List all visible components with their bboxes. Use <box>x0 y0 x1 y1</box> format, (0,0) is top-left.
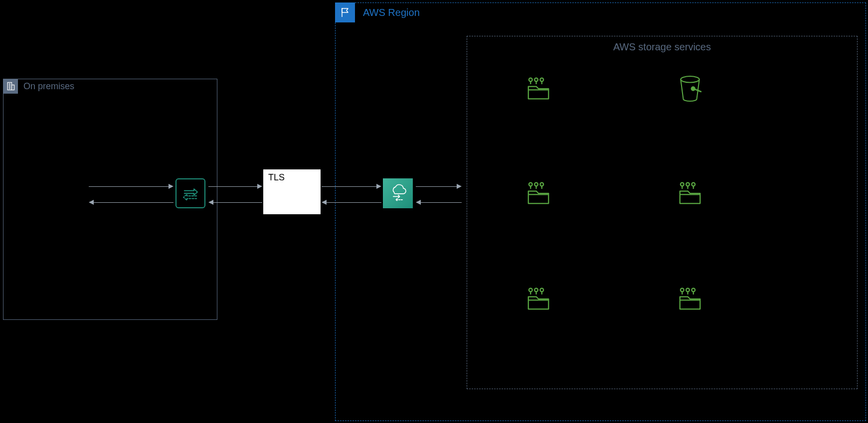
onprem-label: On premises <box>23 81 74 92</box>
arrow <box>416 186 457 187</box>
arrow <box>327 202 381 203</box>
svg-point-17 <box>534 183 538 186</box>
arrowhead-icon <box>257 184 262 189</box>
aws-datasync-icon <box>383 178 413 208</box>
arrowhead-icon <box>208 200 213 205</box>
arrow <box>89 186 169 187</box>
svg-point-14 <box>681 76 699 82</box>
svg-point-35 <box>686 288 690 292</box>
svg-point-22 <box>681 183 684 186</box>
s3-bucket-icon <box>676 75 704 103</box>
flag-icon <box>335 2 355 22</box>
arrow <box>421 202 462 203</box>
svg-point-29 <box>534 288 538 292</box>
arrowhead-icon <box>89 200 94 205</box>
svg-point-28 <box>529 288 532 292</box>
arrowhead-icon <box>169 184 174 189</box>
tls-label: TLS <box>268 172 285 182</box>
arrow <box>213 202 262 203</box>
arrowhead-icon <box>457 184 462 189</box>
datasync-agent-icon <box>175 178 205 208</box>
fsx-icon <box>524 179 552 207</box>
arrowhead-icon <box>376 184 381 189</box>
svg-point-24 <box>692 183 695 186</box>
svg-point-16 <box>529 183 532 186</box>
arrow <box>322 186 376 187</box>
svg-point-23 <box>686 183 690 186</box>
arrowhead-icon <box>322 200 327 205</box>
aws-region-label: AWS Region <box>363 7 420 18</box>
tls-label-box: TLS <box>263 169 321 214</box>
svg-point-30 <box>540 288 543 292</box>
svg-rect-1 <box>12 85 14 90</box>
building-icon <box>3 79 18 94</box>
arrow <box>208 186 257 187</box>
fsx-icon <box>524 285 552 313</box>
svg-point-34 <box>681 288 684 292</box>
svg-point-18 <box>540 183 543 186</box>
svg-point-10 <box>540 78 543 82</box>
svg-point-36 <box>692 288 695 292</box>
svg-point-8 <box>529 78 532 82</box>
storage-services-label: AWS storage services <box>467 41 857 53</box>
fsx-icon <box>676 179 704 207</box>
architecture-diagram: On premises AWS Region AWS storage servi… <box>0 0 868 423</box>
arrowhead-icon <box>416 200 421 205</box>
arrow <box>94 202 174 203</box>
fsx-icon <box>676 285 704 313</box>
svg-point-9 <box>534 78 538 82</box>
fsx-icon <box>524 75 552 103</box>
svg-point-15 <box>692 87 695 90</box>
